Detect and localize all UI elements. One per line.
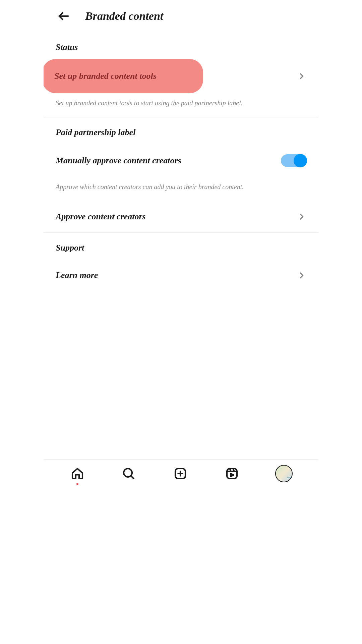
chevron-right-icon: [297, 271, 306, 280]
chevron-container: [297, 71, 306, 81]
approve-creators-label: Approve content creators: [56, 212, 146, 222]
paid-partnership-description: Approve which content creators can add y…: [44, 177, 318, 201]
search-icon: [122, 467, 135, 480]
bottom-nav: [44, 459, 318, 489]
chevron-right-icon: [297, 212, 306, 221]
chevron-right-icon: [297, 71, 306, 81]
svg-line-2: [131, 476, 134, 479]
content: Status Set up branded content tools Set …: [44, 32, 318, 459]
nav-home[interactable]: [69, 466, 85, 482]
nav-search[interactable]: [121, 466, 137, 482]
manual-approve-toggle[interactable]: [281, 154, 306, 167]
manual-approve-label: Manually approve content creators: [56, 156, 181, 166]
learn-more-label: Learn more: [56, 270, 98, 280]
learn-more-row[interactable]: Learn more: [44, 260, 318, 291]
section-header-support: Support: [44, 233, 318, 260]
nav-profile[interactable]: [275, 465, 293, 482]
setup-branded-tools-label: Set up branded content tools: [54, 71, 157, 81]
status-description: Set up branded content tools to start us…: [44, 93, 318, 117]
section-header-paid-partnership: Paid partnership label: [44, 117, 318, 144]
reels-icon: [225, 467, 239, 480]
manual-approve-row: Manually approve content creators: [44, 144, 318, 177]
highlight-pill: Set up branded content tools: [44, 59, 203, 93]
home-icon: [71, 467, 84, 480]
nav-reels[interactable]: [224, 466, 240, 482]
nav-create[interactable]: [172, 466, 188, 482]
section-header-status: Status: [44, 32, 318, 59]
back-arrow-icon: [57, 9, 70, 23]
approve-creators-row[interactable]: Approve content creators: [44, 201, 318, 232]
plus-square-icon: [174, 467, 187, 480]
setup-branded-tools-row[interactable]: Set up branded content tools: [44, 59, 318, 93]
page-title: Branded content: [85, 10, 163, 22]
svg-marker-10: [231, 474, 233, 476]
back-button[interactable]: [56, 8, 72, 24]
header: Branded content: [44, 0, 318, 32]
toggle-knob: [294, 154, 307, 167]
home-notification-dot: [76, 483, 78, 485]
